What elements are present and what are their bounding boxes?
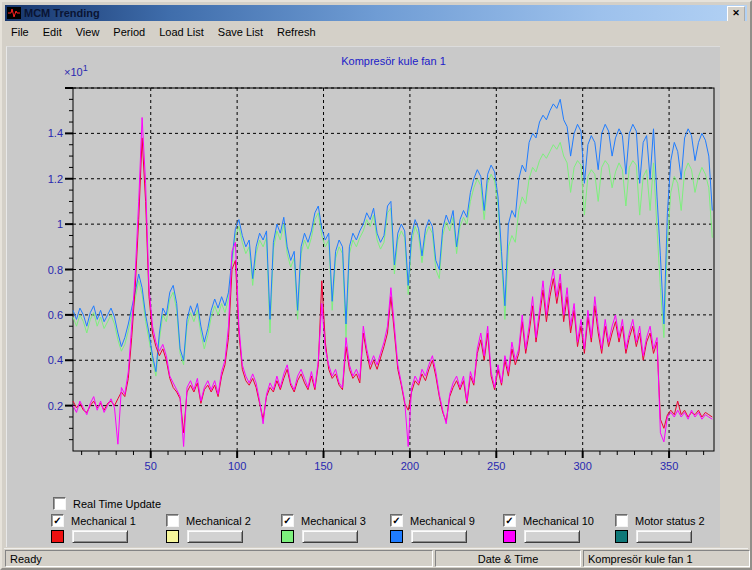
channel-color-swatch-mechanical-9 (390, 530, 403, 543)
channel-motor-status-2: Motor status 2 (615, 514, 725, 544)
channel-label-mechanical-10: Mechanical 10 (523, 515, 594, 527)
channel-level-bar-mechanical-10[interactable] (524, 530, 580, 543)
titlebar: MCM Trending ✕ (5, 5, 747, 21)
menu-item-file[interactable]: File (4, 23, 36, 41)
series-mechanical-9 (73, 99, 712, 371)
channel-mechanical-2: Mechanical 2 (166, 514, 276, 544)
series-mechanical-1 (73, 138, 712, 433)
channel-label-mechanical-2: Mechanical 2 (186, 515, 251, 527)
channel-label-mechanical-9: Mechanical 9 (410, 515, 475, 527)
real-time-update-label: Real Time Update (73, 498, 161, 510)
svg-text:50: 50 (145, 460, 157, 472)
app-icon (7, 7, 21, 19)
channel-level-bar-mechanical-1[interactable] (72, 530, 128, 543)
svg-text:0.8: 0.8 (48, 264, 63, 276)
channel-mechanical-9: ✓Mechanical 9 (390, 514, 500, 544)
svg-text:1: 1 (57, 218, 63, 230)
menu-item-load-list[interactable]: Load List (152, 23, 211, 41)
menu-item-period[interactable]: Period (106, 23, 152, 41)
channel-checkbox-mechanical-1[interactable]: ✓ (51, 514, 64, 527)
channel-label-mechanical-1: Mechanical 1 (71, 515, 136, 527)
channel-level-bar-motor-status-2[interactable] (636, 530, 692, 543)
chart-panel: Kompresör kule fan 1 ×101 0.20.40.60.811… (6, 46, 720, 547)
channel-color-swatch-mechanical-2 (166, 530, 179, 543)
svg-text:0.4: 0.4 (48, 354, 63, 366)
menu-item-view[interactable]: View (69, 23, 107, 41)
svg-text:1.4: 1.4 (48, 127, 63, 139)
menu-item-edit[interactable]: Edit (36, 23, 69, 41)
svg-text:350: 350 (660, 460, 678, 472)
channel-checkbox-mechanical-10[interactable]: ✓ (503, 514, 516, 527)
channel-checkbox-mechanical-9[interactable]: ✓ (390, 514, 403, 527)
window-title: MCM Trending (24, 7, 100, 19)
channel-checkbox-mechanical-2[interactable] (166, 514, 179, 527)
trend-chart: 0.20.40.60.811.21.450100150200250300350 (7, 47, 720, 517)
app-window: MCM Trending ✕ File Edit View Period Loa… (0, 0, 752, 570)
svg-text:300: 300 (574, 460, 592, 472)
channel-color-swatch-mechanical-3 (281, 530, 294, 543)
channel-level-bar-mechanical-2[interactable] (187, 530, 243, 543)
channel-mechanical-3: ✓Mechanical 3 (281, 514, 391, 544)
series-mechanical-3 (73, 142, 712, 376)
svg-text:150: 150 (314, 460, 332, 472)
svg-text:200: 200 (401, 460, 419, 472)
svg-text:100: 100 (228, 460, 246, 472)
channel-color-swatch-mechanical-1 (51, 530, 64, 543)
channel-label-motor-status-2: Motor status 2 (635, 515, 705, 527)
channel-mechanical-10: ✓Mechanical 10 (503, 514, 613, 544)
channel-checkbox-mechanical-3[interactable]: ✓ (281, 514, 294, 527)
close-button[interactable]: ✕ (727, 6, 745, 22)
status-datetime: Date & Time (435, 550, 581, 567)
real-time-update-checkbox[interactable] (53, 497, 66, 510)
channel-checkbox-motor-status-2[interactable] (615, 514, 628, 527)
channel-label-mechanical-3: Mechanical 3 (301, 515, 366, 527)
channel-level-bar-mechanical-9[interactable] (411, 530, 467, 543)
channel-mechanical-1: ✓Mechanical 1 (51, 514, 161, 544)
status-ready: Ready (5, 550, 433, 567)
svg-text:0.6: 0.6 (48, 309, 63, 321)
menu-item-save-list[interactable]: Save List (211, 23, 270, 41)
series-mechanical-10 (73, 118, 712, 447)
statusbar: Ready Date & Time Kompresör kule fan 1 (4, 548, 748, 569)
channel-color-swatch-motor-status-2 (615, 530, 628, 543)
svg-text:250: 250 (487, 460, 505, 472)
channel-level-bar-mechanical-3[interactable] (302, 530, 358, 543)
svg-text:1.2: 1.2 (48, 173, 63, 185)
menu-item-refresh[interactable]: Refresh (270, 23, 323, 41)
channel-color-swatch-mechanical-10 (503, 530, 516, 543)
svg-text:0.2: 0.2 (48, 400, 63, 412)
menubar: File Edit View Period Load List Save Lis… (4, 21, 748, 42)
status-selection: Kompresör kule fan 1 (583, 550, 750, 567)
